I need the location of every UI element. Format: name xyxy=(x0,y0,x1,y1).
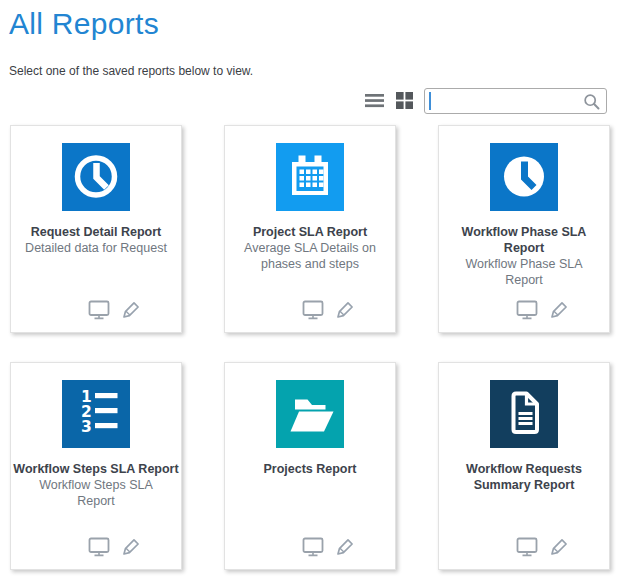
pencil-icon[interactable] xyxy=(335,300,355,320)
pencil-icon[interactable] xyxy=(549,300,569,320)
toolbar xyxy=(9,87,607,114)
report-card-actions xyxy=(29,537,199,557)
report-card-2[interactable]: Project SLA Report Average SLA Details o… xyxy=(224,125,396,333)
text-caret xyxy=(429,92,431,110)
report-card-subtitle: Average SLA Details on phases and steps xyxy=(225,240,395,272)
page-title: All Reports xyxy=(9,6,607,42)
search-box xyxy=(424,88,607,114)
pencil-icon[interactable] xyxy=(335,537,355,557)
grid-view-icon[interactable] xyxy=(394,90,415,111)
report-card-4[interactable]: 1 2 3 Workflow Steps SLA Report Workflow… xyxy=(10,362,182,570)
magnifier-icon[interactable] xyxy=(583,93,601,115)
report-card-6[interactable]: Workflow Requests Summary Report xyxy=(438,362,610,570)
report-grid: Request Detail Report Detailed data for … xyxy=(0,125,628,570)
svg-text:3: 3 xyxy=(81,418,92,436)
report-card-title: Workflow Steps SLA Report xyxy=(11,461,181,477)
search-input[interactable] xyxy=(425,89,606,113)
calendar-icon[interactable] xyxy=(276,143,344,211)
folder-open-icon[interactable] xyxy=(276,380,344,448)
report-card-title: Projects Report xyxy=(225,461,395,477)
report-card-actions xyxy=(457,300,627,320)
report-card-title: Project SLA Report xyxy=(225,224,395,240)
monitor-icon[interactable] xyxy=(88,537,110,557)
report-card-5[interactable]: Projects Report xyxy=(224,362,396,570)
monitor-icon[interactable] xyxy=(302,537,324,557)
monitor-icon[interactable] xyxy=(516,537,538,557)
report-card-1[interactable]: Request Detail Report Detailed data for … xyxy=(10,125,182,333)
document-icon[interactable] xyxy=(490,380,558,448)
pencil-icon[interactable] xyxy=(549,537,569,557)
pencil-icon[interactable] xyxy=(121,300,141,320)
numbered-list-icon[interactable]: 1 2 3 xyxy=(62,380,130,448)
report-card-title: Workflow Phase SLA Report xyxy=(439,224,609,256)
list-view-icon[interactable] xyxy=(364,90,385,111)
report-card-actions xyxy=(243,537,413,557)
monitor-icon[interactable] xyxy=(516,300,538,320)
clock-solid-icon[interactable] xyxy=(490,143,558,211)
report-card-subtitle: Detailed data for Request xyxy=(11,240,181,256)
report-card-actions xyxy=(457,537,627,557)
page-header: All Reports Select one of the saved repo… xyxy=(0,0,628,114)
report-card-subtitle: Workflow Phase SLA Report xyxy=(439,256,609,288)
report-card-3[interactable]: Workflow Phase SLA Report Workflow Phase… xyxy=(438,125,610,333)
monitor-icon[interactable] xyxy=(88,300,110,320)
report-card-subtitle: Workflow Steps SLA Report xyxy=(11,477,181,509)
monitor-icon[interactable] xyxy=(302,300,324,320)
report-card-title: Workflow Requests Summary Report xyxy=(439,461,609,493)
report-card-actions xyxy=(243,300,413,320)
report-card-actions xyxy=(29,300,199,320)
page-subtitle: Select one of the saved reports below to… xyxy=(9,64,607,78)
pencil-icon[interactable] xyxy=(121,537,141,557)
clock-outline-icon[interactable] xyxy=(62,143,130,211)
report-card-title: Request Detail Report xyxy=(11,224,181,240)
